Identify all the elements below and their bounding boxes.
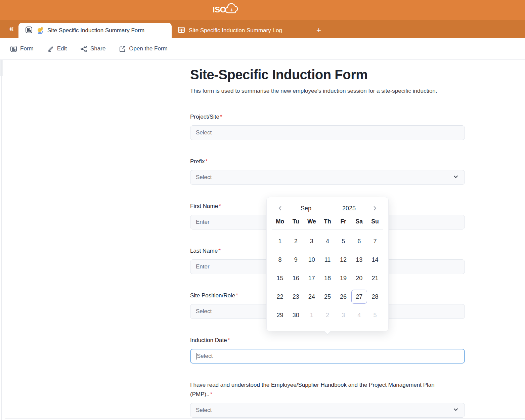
calendar-day[interactable]: 14: [367, 253, 383, 267]
date-picker-popup: Sep 2025 MoTuWeThFrSaSu 1234567891011121…: [266, 197, 389, 331]
calendar-day[interactable]: 9: [288, 253, 304, 267]
project-site-select[interactable]: Select: [190, 125, 465, 140]
share-button[interactable]: Share: [80, 45, 105, 52]
calendar-weekday: Mo: [272, 218, 288, 225]
calendar-weekday: Su: [367, 218, 383, 225]
calendar-weekday: Th: [319, 218, 335, 225]
calendar-day[interactable]: 8: [272, 253, 288, 267]
calendar-day[interactable]: 3: [304, 234, 319, 248]
field-project-site: Project/Site* Select: [190, 112, 465, 140]
calendar-weekday: Sa: [351, 218, 367, 225]
calendar-day[interactable]: 5: [367, 308, 383, 322]
field-label: Prefix*: [190, 157, 439, 166]
calendar-weekday: Fr: [336, 218, 351, 225]
calendar-day[interactable]: 27: [351, 290, 367, 304]
calendar-day[interactable]: 2: [288, 234, 304, 248]
share-icon: [80, 45, 87, 52]
calendar-day[interactable]: 2: [319, 308, 335, 322]
page-title: Site-Specific Induction Form: [190, 67, 465, 82]
calendar-weekday: We: [304, 218, 319, 225]
calendar-day[interactable]: 17: [304, 271, 319, 285]
calendar-day[interactable]: 12: [336, 253, 351, 267]
field-prefix: Prefix* Select: [190, 157, 465, 185]
calendar-day[interactable]: 26: [336, 290, 351, 304]
table-icon: [178, 26, 185, 35]
required-asterisk: *: [228, 337, 230, 343]
toolbar-label: Edit: [57, 45, 67, 52]
required-asterisk: *: [219, 203, 221, 209]
tab-label: Site Specific Induction Summary Log: [189, 27, 282, 34]
calendar-day[interactable]: 1: [304, 308, 319, 322]
edit-button[interactable]: Edit: [47, 45, 67, 52]
calendar-day[interactable]: 3: [336, 308, 351, 322]
form-icon: [25, 26, 33, 35]
toolbar-label: Form: [20, 45, 34, 52]
calendar-day[interactable]: 19: [336, 271, 351, 285]
calendar-day[interactable]: 6: [351, 234, 367, 248]
external-link-icon: [119, 45, 126, 52]
calendar-next-month-button[interactable]: [370, 204, 379, 213]
toolbar-label: Share: [90, 45, 105, 52]
calendar-day[interactable]: 15: [272, 271, 288, 285]
prefix-dropdown[interactable]: Select: [190, 170, 465, 185]
required-asterisk: *: [218, 248, 221, 254]
calendar-day[interactable]: 4: [319, 234, 335, 248]
form-description: This form is used to summarise the new e…: [190, 86, 465, 95]
person-raising-hand-emoji: [36, 27, 44, 34]
calendar-day[interactable]: 11: [319, 253, 335, 267]
calendar-divider: [272, 229, 383, 229]
pencil-icon: [47, 45, 54, 52]
calendar-day[interactable]: 25: [319, 290, 335, 304]
handbook-acknowledgement-dropdown[interactable]: Select: [190, 403, 465, 418]
calendar-day[interactable]: 30: [288, 308, 304, 322]
required-asterisk: *: [236, 292, 238, 299]
form-icon: [10, 45, 17, 52]
tab-label: Site Specific Induction Summary Form: [47, 27, 144, 34]
induction-date-input[interactable]: Select: [190, 349, 465, 364]
chevron-down-icon: [452, 406, 459, 414]
form-menu-button[interactable]: Form: [10, 45, 34, 52]
calendar-day[interactable]: 18: [319, 271, 335, 285]
calendar-day[interactable]: 20: [351, 271, 367, 285]
calendar-weekdays: MoTuWeThFrSaSu: [271, 218, 384, 225]
field-induction-date: Induction Date* Select: [190, 336, 465, 364]
brand-logo-text: ISO: [213, 3, 226, 16]
bottom-hairline: [5, 418, 525, 419]
toolbar-label: Open the Form: [129, 45, 167, 52]
chevron-down-icon: [452, 173, 459, 181]
calendar-day[interactable]: 4: [351, 308, 367, 322]
field-handbook-acknowledgement: I have read and understood the Employee/…: [190, 380, 465, 418]
calendar-day[interactable]: 24: [304, 290, 319, 304]
brand-logo: ISO +: [213, 3, 239, 16]
collapse-sidebar-button[interactable]: «: [5, 23, 17, 35]
required-asterisk: *: [220, 114, 222, 120]
open-the-form-button[interactable]: Open the Form: [119, 45, 167, 52]
calendar-day[interactable]: 22: [272, 290, 288, 304]
app-header: ISO +: [0, 0, 525, 20]
text-cursor: [196, 353, 196, 360]
calendar-day[interactable]: 10: [304, 253, 319, 267]
calendar-month[interactable]: Sep: [285, 205, 327, 212]
tab-bar: « Site Specific Induction Summary Form: [0, 20, 525, 38]
field-label: I have read and understood the Employee/…: [190, 380, 439, 399]
required-asterisk: *: [210, 391, 213, 397]
calendar-header: Sep 2025: [271, 203, 384, 213]
calendar-day[interactable]: 29: [272, 308, 288, 322]
calendar-prev-month-button[interactable]: [276, 204, 285, 213]
sidebar-divider: [1, 60, 2, 420]
calendar-day[interactable]: 23: [288, 290, 304, 304]
calendar-day[interactable]: 21: [367, 271, 383, 285]
tab-induction-summary-log[interactable]: Site Specific Induction Summary Log: [172, 23, 288, 38]
calendar-day[interactable]: 13: [351, 253, 367, 267]
tab-induction-summary-form[interactable]: Site Specific Induction Summary Form: [18, 23, 172, 38]
calendar-day[interactable]: 28: [367, 290, 383, 304]
calendar-day[interactable]: 7: [367, 234, 383, 248]
field-label: Project/Site*: [190, 112, 439, 122]
calendar-day[interactable]: 16: [288, 271, 304, 285]
add-tab-button[interactable]: +: [313, 24, 324, 37]
calendar-day[interactable]: 1: [272, 234, 288, 248]
calendar-grid: 1234567891011121314151617181920212223242…: [271, 234, 384, 322]
field-label: Induction Date*: [190, 336, 439, 345]
calendar-year[interactable]: 2025: [327, 205, 370, 212]
calendar-day[interactable]: 5: [336, 234, 351, 248]
